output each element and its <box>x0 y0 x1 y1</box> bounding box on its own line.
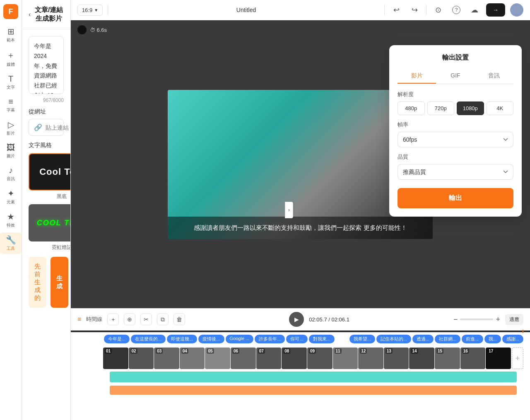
subtitle-icon: ≡ <box>8 97 13 106</box>
subtitle-chip[interactable]: 對我來... <box>309 335 335 343</box>
sidebar-item-media[interactable]: ＋ 媒體 <box>0 47 22 70</box>
article-textarea[interactable]: 今年是 2024 年，免費資源網路社群已經創立 18 年。🎉 在這麼長的一段時間… <box>29 36 64 94</box>
fps-select[interactable]: 60fps 30fps 24fps <box>398 132 513 147</box>
playhead-indicator <box>523 330 523 333</box>
clock-icon: ⏱ <box>90 27 95 33</box>
undo-button[interactable]: ↩ <box>390 3 403 17</box>
clip-17[interactable]: 17 <box>486 348 511 369</box>
style-item-neon[interactable]: COOL TEXT 霓虹燈記 <box>29 204 70 251</box>
subtitle-chip[interactable]: 前進... <box>462 335 483 343</box>
subtitle-chip[interactable]: 透過... <box>412 335 434 343</box>
res-480p[interactable]: 480p <box>398 101 425 115</box>
timeline-copy-button[interactable]: ⧉ <box>157 314 169 325</box>
zoom-in-button[interactable]: + <box>496 315 500 324</box>
clip-09[interactable]: 09 <box>307 348 332 369</box>
timeline-add-button[interactable]: + <box>107 314 119 325</box>
res-4k[interactable]: 4K <box>487 101 514 115</box>
redo-button[interactable]: ↪ <box>408 3 421 17</box>
sidebar-item-label: 字幕 <box>7 107 15 113</box>
subtitle-chip[interactable]: 感謝... <box>502 335 523 343</box>
clip-14[interactable]: 14 <box>409 348 434 369</box>
output-tab-video[interactable]: 影片 <box>398 69 436 84</box>
add-clip-button[interactable]: + <box>512 348 523 369</box>
clip-01[interactable]: 01 <box>103 348 128 369</box>
left-panel: ‹ 文章/連結生成影片 今年是 2024 年，免費資源網路社群已經創立 18 年… <box>22 0 71 420</box>
sidebar-item-element[interactable]: ✦ 元素 <box>0 186 22 208</box>
adapt-button[interactable]: 適應 <box>505 314 523 325</box>
res-1080p[interactable]: 1080p <box>457 101 484 115</box>
export-button[interactable]: → <box>486 3 505 17</box>
record-button[interactable]: ⊙ <box>431 3 445 17</box>
clip-11[interactable]: 11 <box>333 348 358 369</box>
sidebar-item-text[interactable]: T 文字 <box>0 72 22 93</box>
timeline-cut-button[interactable]: ✂ <box>140 314 152 325</box>
sidebar-item-image[interactable]: 🖼 圖片 <box>0 140 22 162</box>
subtitle-chip[interactable]: 我... <box>484 335 501 343</box>
url-input[interactable] <box>46 124 70 131</box>
back-button[interactable]: ‹ <box>29 11 31 18</box>
play-button[interactable]: ▶ <box>289 312 304 327</box>
subtitle-chip[interactable]: 疫情後... <box>198 335 224 343</box>
subtitle-chip[interactable]: 在這麼長的... <box>131 335 166 343</box>
style-item-black[interactable]: Cool Text 黑底 <box>29 153 70 200</box>
cloud-button[interactable]: ☁ <box>468 3 481 17</box>
sidebar-item-label: 音訊 <box>7 176 15 182</box>
subtitle-chip[interactable]: 社群網... <box>435 335 460 343</box>
subtitle-chip[interactable]: 你可... <box>286 335 307 343</box>
clip-05[interactable]: 05 <box>205 348 230 369</box>
resolution-label: 解析度 <box>398 91 513 98</box>
quality-label: 品質 <box>398 153 513 161</box>
subtitle-chip[interactable]: Google ... <box>226 335 254 343</box>
clip-15[interactable]: 15 <box>435 348 460 369</box>
clip-04[interactable]: 04 <box>180 348 205 369</box>
right-area: 16:9 ▼ Untitled ↩ ↪ ⊙ ? ☁ → <box>71 0 530 420</box>
clip-03[interactable]: 03 <box>154 348 179 369</box>
subtitle-chip[interactable]: 記住本站的... <box>376 335 411 343</box>
res-720p[interactable]: 720p <box>427 101 455 115</box>
tool-icon: 🔧 <box>6 235 16 245</box>
sidebar-item-subtitle[interactable]: ≡ 字幕 <box>0 94 22 116</box>
quality-select[interactable]: 推薦品質 高品質 標準品質 <box>398 164 513 180</box>
sidebar-item-label: 元素 <box>7 199 15 205</box>
subtitle-chip[interactable]: 今年是... <box>104 335 130 343</box>
generate-button[interactable]: 生成 <box>51 257 68 308</box>
clip-06[interactable]: 06 <box>231 348 256 369</box>
sidebar-item-label: 媒體 <box>7 62 15 68</box>
clip-02[interactable]: 02 <box>129 348 154 369</box>
clip-07[interactable]: 07 <box>256 348 282 369</box>
subtitle-chips-container: 今年是... 在這麼長的... 即使這幾... 疫情後... Google ..… <box>104 335 523 343</box>
prev-generations-button[interactable]: 先前生成的 <box>29 257 46 308</box>
sidebar-item-template[interactable]: ⊞ 範本 <box>0 24 22 46</box>
sidebar-item-effect[interactable]: ★ 特效 <box>0 209 22 231</box>
subtitle-chip[interactable]: 即使這幾... <box>167 335 197 343</box>
aspect-ratio-button[interactable]: 16:9 ▼ <box>77 5 103 16</box>
sidebar-item-label: 影片 <box>7 130 15 136</box>
record-icon: ⊙ <box>435 5 441 14</box>
output-tabs: 影片 GIF 音訊 <box>398 69 513 84</box>
timeline-split-button[interactable]: ⊕ <box>124 314 135 325</box>
sidebar-item-tool[interactable]: 🔧 工具 <box>0 232 22 254</box>
divider <box>108 5 108 15</box>
sidebar-item-audio[interactable]: ♪ 音訊 <box>0 163 22 184</box>
subtitle-chip[interactable] <box>336 335 348 343</box>
timeline-delete-button[interactable]: 🗑 <box>173 314 185 325</box>
output-tab-audio[interactable]: 音訊 <box>475 69 513 84</box>
divider2 <box>384 5 385 15</box>
output-export-button[interactable]: 輸出 <box>398 188 513 208</box>
zoom-out-button[interactable]: − <box>453 315 458 324</box>
style-preview-black: Cool Text <box>29 153 70 191</box>
output-tab-gif[interactable]: GIF <box>436 69 475 84</box>
sidebar-item-video[interactable]: ▷ 影片 <box>0 117 22 139</box>
clip-13[interactable]: 13 <box>384 348 409 369</box>
clip-12[interactable]: 12 <box>358 348 383 369</box>
clip-08[interactable]: 08 <box>282 348 307 369</box>
subtitle-chip[interactable]: 許多長年... <box>255 335 285 343</box>
help-button[interactable]: ? <box>450 3 463 17</box>
subtitle-chip[interactable]: 我希望... <box>349 335 375 343</box>
clip-16[interactable]: 16 <box>460 348 486 369</box>
timeline-current-time: 02:05.7 / 02:06.1 <box>309 316 349 323</box>
sidebar-item-label: 工具 <box>7 246 15 251</box>
aspect-ratio-label: 16:9 <box>82 7 92 13</box>
zoom-slider[interactable] <box>460 319 493 320</box>
user-avatar[interactable] <box>510 3 523 17</box>
